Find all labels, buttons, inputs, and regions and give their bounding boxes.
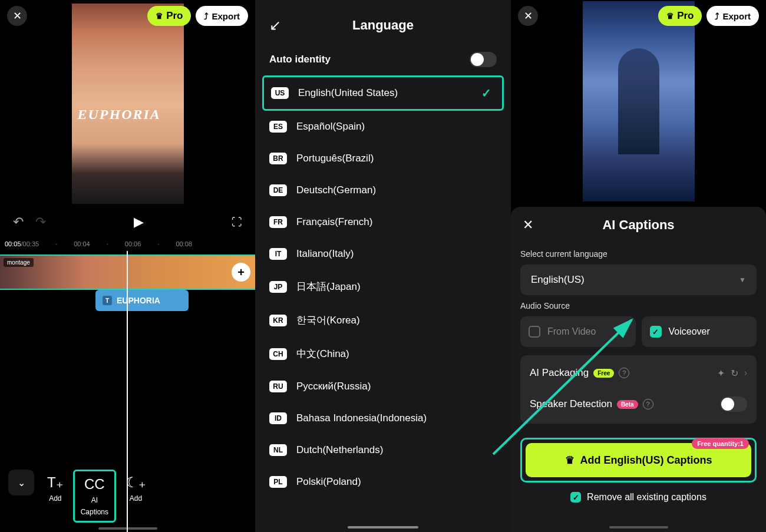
feature-box: AI Packaging Free ? ✦ ↻ › Speaker Detect… (520, 355, 757, 424)
from-video-option[interactable]: From Video (520, 316, 636, 347)
export-icon: ⤴ (204, 11, 209, 21)
lang-name: Dutch(Netherlands) (296, 444, 383, 456)
pro-label: Pro (166, 10, 183, 22)
beta-badge: Beta (617, 400, 638, 409)
language-item-ru[interactable]: RUРусский(Russia) (262, 371, 504, 402)
pro-button[interactable]: ♛Pro (147, 6, 191, 26)
speaker-detection-toggle[interactable] (720, 396, 747, 412)
add-effect-icon: ☾₊ (126, 474, 146, 491)
lang-name: English(United States) (298, 87, 398, 99)
home-indicator (348, 526, 418, 528)
remove-captions-row[interactable]: ✓ Remove all existing captions (520, 492, 757, 503)
ai-packaging-row[interactable]: AI Packaging Free ? ✦ ↻ › (530, 364, 747, 382)
auto-identity-toggle[interactable] (470, 52, 497, 67)
back-button[interactable]: ↙ (269, 17, 281, 34)
collapse-button[interactable]: ⌄ (8, 470, 34, 495)
time-ruler: 00:05/00:35 · 00:04 · 00:06 · 00:08 (0, 237, 255, 251)
editor-panel: ✕ ♛Pro ⤴Export EUPHORIA ↶ ↷ ▶ ⛶ 00:05/00… (0, 0, 255, 532)
text-clip-icon: T (103, 296, 112, 305)
lang-code-badge: IT (269, 248, 287, 260)
chevron-right-icon: › (744, 368, 747, 378)
add-effect-button[interactable]: ☾₊ Add (120, 470, 152, 507)
undo-icon[interactable]: ↶ (13, 214, 24, 230)
loop-icon: ↻ (731, 368, 738, 379)
cta-label: Add English(US) Captions (580, 454, 712, 467)
captions-icon: CC (84, 476, 105, 493)
add-clip-button[interactable]: + (232, 263, 250, 282)
language-item-it[interactable]: ITItaliano(Italy) (262, 238, 504, 270)
language-header: ↙ Language (255, 0, 511, 44)
remove-checkbox[interactable]: ✓ (570, 492, 581, 503)
lang-name: Español(Spain) (296, 121, 365, 133)
sheet-header: ✕ AI Captions (520, 217, 757, 243)
add-text-icon: T₊ (47, 474, 64, 491)
ruler-mark: 00:08 (176, 240, 192, 247)
ruler-mark: 00:06 (125, 240, 141, 247)
language-item-de[interactable]: DEDeutsch(German) (262, 174, 504, 206)
auto-identity-label: Auto identity (269, 54, 331, 65)
voiceover-checkbox[interactable]: ✓ (650, 326, 662, 338)
tool-label: Add (49, 494, 61, 503)
play-button[interactable]: ▶ (134, 214, 144, 230)
ai-captions-button[interactable]: CC AI Captions (73, 470, 116, 523)
fullscreen-icon[interactable]: ⛶ (232, 216, 242, 229)
language-item-id[interactable]: IDBahasa Indonesia(Indonesia) (262, 402, 504, 434)
language-item-kr[interactable]: KR한국어(Korea) (262, 303, 504, 337)
crown-icon: ♛ (565, 454, 574, 467)
lang-code-badge: ES (269, 121, 287, 133)
timeline-area[interactable]: montage + T EUPHORIA (0, 251, 255, 434)
lang-code-badge: FR (269, 216, 287, 228)
speaker-detection-label: Speaker Detection (530, 398, 612, 410)
lang-code-badge: PL (269, 476, 287, 488)
close-button[interactable]: ✕ (518, 6, 538, 26)
info-icon[interactable]: ? (619, 368, 629, 378)
language-item-nl[interactable]: NLDutch(Netherlands) (262, 434, 504, 466)
add-text-button[interactable]: T₊ Add (41, 470, 70, 507)
language-item-br[interactable]: BRPortuguês(Brazil) (262, 143, 504, 174)
from-video-checkbox[interactable] (529, 326, 540, 338)
language-item-jp[interactable]: JP日本語(Japan) (262, 270, 504, 303)
lang-name: 日本語(Japan) (296, 280, 361, 293)
lang-code-badge: ID (269, 412, 287, 424)
lang-name: 한국어(Korea) (296, 313, 360, 327)
lang-code-badge: BR (269, 153, 287, 164)
topbar-actions: ♛Pro ⤴Export (658, 6, 759, 26)
playback-controls: ↶ ↷ ▶ ⛶ (0, 207, 255, 237)
lang-code-badge: US (271, 87, 289, 99)
speaker-detection-row: Speaker Detection Beta ? (530, 393, 747, 415)
close-button[interactable]: ✕ (7, 6, 27, 26)
export-button[interactable]: ⤴Export (196, 6, 248, 26)
language-dropdown[interactable]: English(US) ▼ (520, 265, 757, 295)
time-total: /00:35 (21, 240, 39, 247)
text-clip[interactable]: T EUPHORIA (95, 290, 189, 311)
tool-label: Captions (81, 508, 108, 516)
selected-language: English(US) (531, 274, 585, 286)
lang-code-badge: JP (269, 281, 287, 293)
topbar-actions: ♛Pro ⤴Export (147, 6, 248, 26)
pro-button[interactable]: ♛Pro (658, 6, 702, 26)
voiceover-option[interactable]: ✓ Voiceover (642, 316, 757, 347)
free-quantity-badge: Free quantity:1 (692, 438, 749, 449)
language-item-es[interactable]: ESEspañol(Spain) (262, 111, 504, 143)
info-icon[interactable]: ? (643, 399, 653, 409)
tool-label: Add (130, 494, 142, 503)
lang-name: Bahasa Indonesia(Indonesia) (296, 412, 427, 424)
remove-label: Remove all existing captions (587, 492, 706, 503)
language-panel: ↙ Language Auto identity USEnglish(Unite… (255, 0, 511, 532)
sheet-close-button[interactable]: ✕ (523, 217, 533, 233)
text-clip-label: EUPHORIA (117, 296, 160, 305)
language-item-pl[interactable]: PLPolski(Poland) (262, 466, 504, 498)
export-button[interactable]: ⤴Export (706, 6, 759, 26)
language-item-fr[interactable]: FRFrançais(French) (262, 206, 504, 238)
lang-name: Русский(Russia) (296, 381, 371, 392)
redo-icon: ↷ (35, 214, 46, 230)
ruler-mark: 00:04 (74, 240, 90, 247)
export-label: Export (722, 11, 751, 21)
playhead[interactable] (127, 251, 128, 532)
lang-name: Italiano(Italy) (296, 248, 354, 260)
language-item-us[interactable]: USEnglish(United States)✓ (262, 75, 504, 111)
language-list[interactable]: USEnglish(United States)✓ESEspañol(Spain… (255, 75, 511, 498)
from-video-label: From Video (547, 326, 596, 337)
language-item-ch[interactable]: CH中文(China) (262, 337, 504, 371)
language-title: Language (352, 18, 414, 33)
